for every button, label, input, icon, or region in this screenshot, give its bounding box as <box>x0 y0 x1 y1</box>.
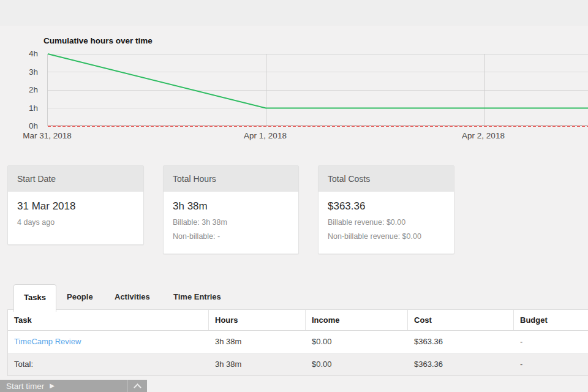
card-value: 3h 38m <box>173 200 289 213</box>
total-label: Total: <box>8 353 209 375</box>
x-tick-label: Apr 2, 2018 <box>447 131 520 140</box>
card-title: Total Hours <box>164 166 298 192</box>
cell-budget: - <box>514 331 588 353</box>
column-header-budget[interactable]: Budget <box>514 310 588 330</box>
tab-time-entries[interactable]: Time Entries <box>173 284 221 310</box>
x-tick-label: Mar 31, 2018 <box>10 131 84 140</box>
card-subtext: 4 days ago <box>17 218 134 227</box>
card-subtext: Billable: 3h 38m <box>173 218 289 227</box>
timer-bar: Start timer ▶ <box>0 380 147 392</box>
y-tick-label: 2h <box>12 85 38 95</box>
card-title: Start Date <box>8 166 143 192</box>
card-value: 31 Mar 2018 <box>17 200 134 213</box>
timer-bar-collapse-button[interactable] <box>128 380 147 392</box>
column-header-cost[interactable]: Cost <box>408 310 514 330</box>
table-header-row: Task Hours Income Cost Budget <box>8 310 588 331</box>
chart-title: Cumulative hours over time <box>43 36 153 45</box>
chevron-up-icon <box>134 383 141 391</box>
total-budget: - <box>514 353 588 375</box>
y-tick-label: 1h <box>12 104 38 113</box>
total-hours: 3h 38m <box>209 353 306 375</box>
y-tick-label: 3h <box>12 67 38 77</box>
start-timer-button[interactable]: Start timer <box>0 382 44 391</box>
card-start-date: Start Date 31 Mar 2018 4 days ago <box>7 165 144 245</box>
total-income: $0.00 <box>306 353 408 375</box>
tab-tasks[interactable]: Tasks <box>13 284 56 312</box>
table-row: TimeCamp Review 3h 38m $0.00 $363.36 - <box>8 331 588 353</box>
y-tick-label: 0h <box>12 121 38 131</box>
cell-income: $0.00 <box>306 331 408 353</box>
card-total-costs: Total Costs $363.36 Billable revenue: $0… <box>318 165 454 254</box>
tasks-table: Task Hours Income Cost Budget TimeCamp R… <box>7 309 588 376</box>
column-header-income[interactable]: Income <box>306 310 408 330</box>
card-title: Total Costs <box>318 166 454 192</box>
card-subtext: Non-billable revenue: $0.00 <box>328 232 445 241</box>
cell-hours: 3h 38m <box>209 331 306 353</box>
cell-cost: $363.36 <box>408 331 514 353</box>
chart-line-series <box>48 54 588 127</box>
tab-activities[interactable]: Activities <box>115 284 150 310</box>
card-subtext: Non-billable: - <box>173 232 289 241</box>
play-icon[interactable]: ▶ <box>50 380 55 392</box>
column-header-task[interactable]: Task <box>8 310 209 330</box>
column-header-hours[interactable]: Hours <box>209 310 306 330</box>
cumulative-hours-chart <box>47 54 588 126</box>
tab-people[interactable]: People <box>67 284 93 310</box>
top-band <box>0 0 588 26</box>
card-total-hours: Total Hours 3h 38m Billable: 3h 38m Non-… <box>163 165 299 254</box>
dashboard-page: { "chart_data": { "type": "line", "title… <box>0 0 588 392</box>
y-tick-label: 4h <box>12 49 38 59</box>
table-total-row: Total: 3h 38m $0.00 $363.36 - <box>8 353 588 375</box>
card-value: $363.36 <box>328 200 445 213</box>
total-cost: $363.36 <box>408 353 514 375</box>
card-subtext: Billable revenue: $0.00 <box>328 218 445 227</box>
x-tick-label: Apr 1, 2018 <box>228 131 302 140</box>
task-link[interactable]: TimeCamp Review <box>14 337 81 346</box>
